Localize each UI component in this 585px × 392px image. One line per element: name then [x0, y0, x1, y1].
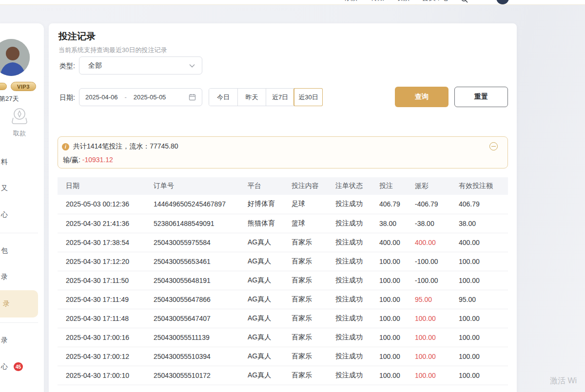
table-cell: 熊猫体育 [239, 214, 283, 233]
top-nav-item[interactable]: 会员中心 [422, 0, 449, 2]
table-cell: AG真人 [239, 347, 283, 366]
table-cell: 100.00 [371, 366, 407, 385]
top-navigation: 存款转账取款会员中心 [0, 0, 585, 5]
date-separator: - [125, 93, 127, 101]
table-row: 2025-04-30 17:11:49250430055647866AG真人百家… [58, 290, 508, 309]
info-icon: i [62, 143, 69, 150]
table-header-cell: 投注 [371, 177, 407, 195]
table-cell: 250430055653461 [145, 252, 239, 271]
table-cell: 2025-04-30 17:00:12 [58, 347, 145, 366]
table-cell: 95.00 [450, 290, 508, 309]
table-header-cell: 投注内容 [283, 177, 327, 195]
table-cell: 38.00 [450, 214, 508, 233]
table-row: 2025-04-30 17:00:16250430055511139AG真人百家… [58, 328, 508, 347]
summary-total-text: 共计1414笔投注，流水：77745.80 [73, 142, 178, 151]
table-cell: 好博体育 [239, 195, 283, 214]
top-nav-item[interactable]: 转账 [370, 0, 384, 2]
sidebar-item-label: 录 [1, 273, 8, 281]
table-cell: 投注成功 [327, 233, 371, 252]
quick-range-button[interactable]: 近30日 [294, 89, 322, 106]
table-cell: 250430055511139 [145, 328, 239, 347]
sidebar-item-label: 心 [1, 362, 8, 371]
table-cell: 百家乐 [283, 347, 327, 366]
table-cell: 100.00 [450, 328, 508, 347]
table-cell: 100.00 [450, 366, 508, 385]
top-nav-item[interactable]: 取款 [396, 0, 410, 2]
table-cell: 2025-04-30 17:00:10 [58, 366, 145, 385]
sidebar-item[interactable]: 录 [0, 327, 44, 354]
table-cell: 100.00 [407, 328, 450, 347]
membership-day-text: 第27天 [0, 94, 19, 103]
date-range-picker[interactable]: 2025-04-06 - 2025-05-05 [79, 88, 202, 106]
table-header-cell: 订单号 [145, 177, 239, 195]
table-header-row: 日期订单号平台投注内容注单状态投注派彩有效投注额 [58, 177, 508, 195]
table-cell: 投注成功 [327, 252, 371, 271]
table-cell: 400.00 [450, 233, 508, 252]
sidebar-item[interactable]: 料 [0, 149, 44, 175]
table-cell: 100.00 [450, 252, 508, 271]
table-row: 2025-05-03 00:12:361446496505245467897好博… [58, 195, 508, 214]
quick-range-button[interactable]: 昨天 [237, 89, 266, 106]
table-cell: 406.79 [371, 195, 407, 214]
table-cell: 投注成功 [327, 328, 371, 347]
table-cell: 100.00 [407, 309, 450, 328]
quick-range-button[interactable]: 今日 [209, 89, 237, 106]
calendar-icon [189, 93, 196, 101]
sidebar-menu: 料又心包录录录心45 [0, 149, 44, 380]
table-cell: 投注成功 [327, 290, 371, 309]
sidebar-item[interactable]: 录 [0, 264, 44, 290]
table-cell: 百家乐 [283, 252, 327, 271]
table-cell: 100.00 [371, 328, 407, 347]
sidebar-item[interactable]: 心45 [0, 354, 44, 380]
sidebar-item-label: 料 [1, 158, 8, 167]
sidebar-item-label: 录 [1, 336, 8, 345]
table-row: 2025-04-30 17:12:20250430055653461AG真人百家… [58, 252, 508, 271]
sidebar-withdraw[interactable]: 取款 [0, 107, 39, 138]
table-cell: 百家乐 [283, 309, 327, 328]
table-header-cell: 注单状态 [327, 177, 371, 195]
table-row: 2025-04-30 17:11:50250430055648191AG真人百家… [58, 271, 508, 290]
sidebar-item[interactable]: 包 [0, 238, 44, 264]
table-cell: 百家乐 [283, 290, 327, 309]
table-cell: 100.00 [371, 290, 407, 309]
quick-range-button[interactable]: 近7日 [266, 89, 294, 106]
table-cell: 百家乐 [283, 271, 327, 290]
collapse-icon[interactable] [489, 142, 498, 150]
table-cell: 投注成功 [327, 214, 371, 233]
table-cell: 百家乐 [283, 328, 327, 347]
main-content: 投注记录 当前系统支持查询最近30日的投注记录 类型: 全部 日期: 2025-… [49, 23, 517, 392]
table-cell: 250430055510172 [145, 366, 239, 385]
table-cell: -100.00 [407, 271, 450, 290]
table-cell: 投注成功 [327, 309, 371, 328]
sidebar-item[interactable]: 心 [0, 202, 44, 228]
query-button[interactable]: 查询 [395, 87, 448, 107]
reset-button[interactable]: 重置 [454, 87, 508, 107]
winloss-label: 输/赢: [63, 156, 80, 164]
notification-badge: 45 [14, 362, 23, 371]
top-nav-item[interactable]: 存款 [344, 0, 357, 2]
table-cell: 250430055647407 [145, 309, 239, 328]
user-avatar[interactable] [0, 39, 30, 76]
table-cell: 百家乐 [283, 233, 327, 252]
sidebar-item[interactable]: 又 [0, 175, 44, 202]
search-icon[interactable] [461, 0, 468, 3]
table-cell: 100.00 [371, 309, 407, 328]
type-select-value: 全部 [88, 61, 189, 70]
table-cell: 250430055510394 [145, 347, 239, 366]
table-cell: AG真人 [239, 233, 283, 252]
table-header-cell: 日期 [58, 177, 145, 195]
sidebar-item-label: 心 [1, 210, 8, 219]
sidebar-item-label: 包 [1, 246, 8, 255]
type-select[interactable]: 全部 [79, 56, 202, 75]
table-cell: 百家乐 [283, 366, 327, 385]
table-cell: 95.00 [407, 290, 450, 309]
winloss-value: -10931.12 [82, 156, 113, 164]
user-avatar-small[interactable] [496, 0, 509, 4]
table-body: 2025-05-03 00:12:361446496505245467897好博… [58, 195, 508, 385]
table-cell: -406.79 [407, 195, 450, 214]
sidebar-divider [0, 228, 44, 238]
table-cell: AG真人 [239, 309, 283, 328]
summary-panel: i 共计1414笔投注，流水：77745.80 输/赢:-10931.12 [58, 136, 508, 168]
table-cell: 投注成功 [327, 195, 371, 214]
sidebar-item[interactable]: 录 [0, 290, 38, 317]
